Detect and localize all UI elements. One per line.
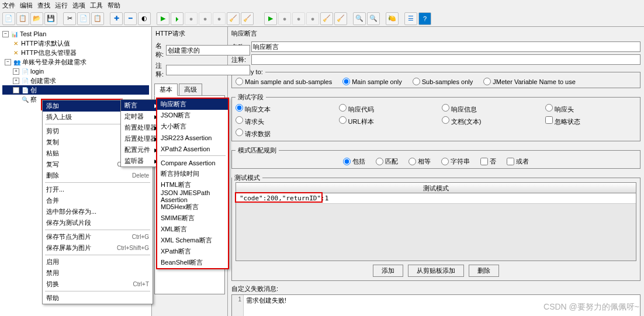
apply-r2[interactable]: Main sample only: [342, 78, 402, 85]
menu-edit[interactable]: 编辑: [20, 1, 33, 9]
match-or[interactable]: 或者: [507, 157, 529, 166]
reset-search-icon[interactable]: 🔍: [367, 12, 380, 25]
clear-icon[interactable]: 🧹: [227, 12, 240, 25]
assert-xml[interactable]: XML断言: [157, 224, 228, 235]
menu-options[interactable]: 选项: [72, 1, 85, 9]
tree-createreq[interactable]: +📄创建需求: [2, 76, 149, 85]
ctx-merge[interactable]: 合并: [43, 195, 153, 206]
assert-smime[interactable]: SMIME断言: [157, 213, 228, 224]
menu-file[interactable]: 文件: [2, 1, 15, 9]
apply-r3[interactable]: Sub-samples only: [413, 78, 473, 85]
ctx-toggle[interactable]: 切换Ctrl+T: [43, 279, 153, 290]
right-name-input[interactable]: [251, 41, 640, 52]
assert-md5[interactable]: MD5Hex断言: [157, 202, 228, 213]
field-respmsg[interactable]: 响应信息: [442, 104, 534, 114]
right-comment-input[interactable]: [251, 54, 640, 65]
remote-stop2-icon[interactable]: ●: [292, 12, 305, 25]
remote-start-icon[interactable]: ▶: [264, 12, 277, 25]
field-doc[interactable]: 文档(文本): [442, 116, 534, 126]
clearall-icon[interactable]: 🧹: [241, 12, 254, 25]
assert-duration[interactable]: 断言持续时间: [157, 168, 228, 179]
copy-icon[interactable]: 📄: [77, 12, 90, 25]
assert-response[interactable]: 响应断言: [157, 99, 228, 110]
field-ignore[interactable]: 忽略状态: [545, 116, 637, 126]
sub-pre[interactable]: 前置处理器▶: [121, 122, 161, 133]
menu-search[interactable]: 查找: [37, 1, 50, 9]
sub-assert[interactable]: 断言▶: [121, 100, 161, 111]
btn-from-clipboard[interactable]: 从剪贴板添加: [408, 265, 464, 277]
mid-name-input[interactable]: [166, 45, 250, 55]
search-icon[interactable]: 🔍: [353, 12, 366, 25]
tab-advanced[interactable]: 高级: [179, 84, 202, 95]
paste-icon[interactable]: 📋: [91, 12, 104, 25]
match-not[interactable]: 否: [480, 157, 496, 166]
assert-jsr223[interactable]: JSR223 Assertion: [157, 132, 228, 143]
new-icon[interactable]: 📄: [2, 12, 15, 25]
stop2-icon[interactable]: ●: [213, 12, 226, 25]
remote-shut-icon[interactable]: ●: [306, 12, 319, 25]
assert-beanshell[interactable]: BeanShell断言: [157, 257, 228, 268]
field-reqdata[interactable]: 请求数据: [236, 129, 327, 138]
sub-listener[interactable]: 监听器▶: [121, 155, 161, 166]
start-icon[interactable]: ▶: [157, 12, 169, 25]
open-icon[interactable]: 📂: [30, 12, 43, 25]
collapse-icon[interactable]: ━: [124, 12, 137, 25]
ctx-savenode[interactable]: 保存节点为图片Ctrl+G: [43, 231, 153, 242]
ctx-delete[interactable]: 删除Delete: [43, 170, 153, 181]
assert-compare[interactable]: Compare Assertion: [157, 157, 228, 168]
field-url[interactable]: URL样本: [339, 116, 431, 126]
tab-basic[interactable]: 基本: [154, 84, 178, 96]
toggle-icon[interactable]: ◐: [138, 12, 151, 25]
tree-root[interactable]: −📊Test Plan: [2, 29, 149, 39]
sub-config[interactable]: 配置元件▶: [121, 144, 161, 155]
tree-selected[interactable]: −📄创: [2, 85, 149, 95]
match-matches[interactable]: 匹配: [376, 157, 398, 166]
stop-icon[interactable]: ●: [185, 12, 198, 25]
btn-add-pattern[interactable]: 添加: [373, 265, 403, 277]
help-icon[interactable]: ?: [418, 12, 431, 25]
remote-clearall-icon[interactable]: 🧹: [334, 12, 347, 25]
cut-icon[interactable]: ✂: [63, 12, 76, 25]
menu-tools[interactable]: 工具: [90, 1, 103, 9]
field-reqhead[interactable]: 请求头: [236, 116, 327, 126]
start-notimers-icon[interactable]: ⏵: [171, 12, 183, 25]
assert-xpath[interactable]: XPath断言: [157, 246, 228, 257]
tree-login[interactable]: +📄login: [2, 67, 149, 76]
ctx-open[interactable]: 打开...: [43, 184, 153, 195]
remote-clear-icon[interactable]: 🧹: [320, 12, 333, 25]
function-icon[interactable]: 🍋: [386, 12, 399, 25]
sub-post[interactable]: 后置处理器▶: [121, 133, 161, 144]
field-respcode[interactable]: 响应代码: [339, 104, 431, 114]
menu-run[interactable]: 运行: [55, 1, 68, 9]
field-resphead[interactable]: 响应头: [545, 104, 637, 114]
assert-xmlschema[interactable]: XML Schema断言: [157, 235, 228, 246]
assert-jmespath[interactable]: JSON JMESPath Assertion: [157, 190, 228, 202]
remote-stop-icon[interactable]: ●: [278, 12, 291, 25]
template-icon[interactable]: 📋: [16, 12, 29, 25]
shutdown-icon[interactable]: ●: [199, 12, 212, 25]
list-icon[interactable]: ☰: [404, 12, 417, 25]
match-equals[interactable]: 相等: [408, 157, 431, 166]
mid-comment-input[interactable]: [166, 65, 250, 75]
ctx-help[interactable]: 帮助: [43, 293, 153, 304]
menu-help[interactable]: 帮助: [108, 1, 120, 9]
save-icon[interactable]: 💾: [44, 12, 57, 25]
assert-size[interactable]: 大小断言: [157, 121, 228, 132]
field-resptext[interactable]: 响应文本: [236, 104, 327, 114]
tree-header-mgr[interactable]: ✕HTTP信息头管理器: [2, 48, 149, 57]
ctx-enable[interactable]: 启用: [43, 256, 153, 268]
sub-timer[interactable]: 定时器▶: [121, 111, 161, 122]
custom-fail-text[interactable]: 需求创建失败!: [244, 295, 289, 316]
tree-http-defaults[interactable]: ✕HTTP请求默认值: [2, 39, 149, 48]
ctx-disable[interactable]: 禁用: [43, 268, 153, 279]
apply-r1[interactable]: Main sample and sub-samples: [236, 78, 332, 85]
ctx-savefrag[interactable]: 保存为测试片段: [43, 217, 153, 228]
apply-r4[interactable]: JMeter Variable Name to use: [483, 78, 576, 85]
match-contains[interactable]: 包括: [343, 157, 365, 166]
ctx-savescr[interactable]: 保存屏幕为图片Ctrl+Shift+G: [43, 242, 153, 254]
ctx-saveas[interactable]: 选中部分保存为...: [43, 206, 153, 217]
assert-json[interactable]: JSON断言: [157, 110, 228, 121]
assert-xpath2[interactable]: XPath2 Assertion: [157, 143, 228, 154]
match-substring[interactable]: 字符串: [441, 157, 470, 166]
expand-icon[interactable]: ✚: [110, 12, 123, 25]
